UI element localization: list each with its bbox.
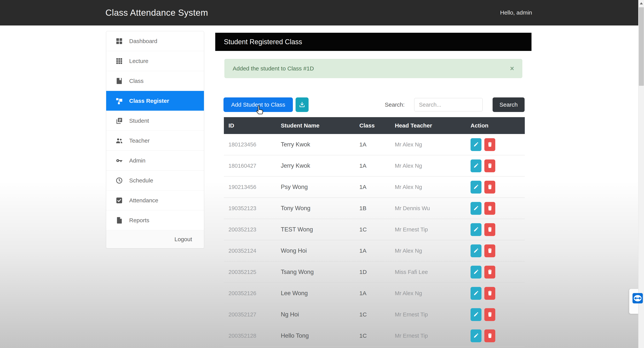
edit-button[interactable] <box>470 202 482 215</box>
sidebar-item-label: Reports <box>129 217 149 224</box>
sidebar-item[interactable]: Attendance <box>106 190 204 210</box>
edit-pencil-icon <box>473 269 479 275</box>
cell-class: 1A <box>360 141 395 148</box>
user-greeting: Hello, admin <box>500 9 532 16</box>
delete-trash-icon <box>487 163 493 169</box>
main-content: Student Registered Class Added the stude… <box>215 33 532 347</box>
sidebar-item-label: Class <box>129 78 144 84</box>
sidebar-item-label: Student <box>129 118 149 124</box>
search-label: Search: <box>385 101 404 108</box>
cell-action <box>470 223 525 236</box>
sidebar-item-logout[interactable]: Logout <box>106 230 204 248</box>
cell-action <box>470 160 525 172</box>
edit-button[interactable] <box>470 244 482 257</box>
search-input[interactable] <box>414 98 482 111</box>
scrollbar-thumb[interactable] <box>639 7 644 86</box>
edit-button[interactable] <box>470 287 482 300</box>
cell-action <box>470 244 525 257</box>
delete-button[interactable] <box>484 160 495 172</box>
cell-student-name: Hello Tong <box>281 332 360 339</box>
cell-head-teacher: Miss Fafi Lee <box>395 269 470 275</box>
cell-action <box>470 266 525 279</box>
app-title: Class Attendance System <box>106 7 208 18</box>
sidebar-item[interactable]: Dashboard <box>106 31 204 51</box>
search-button[interactable]: Search <box>492 97 524 112</box>
delete-button[interactable] <box>484 202 495 215</box>
sidebar-item[interactable]: Admin <box>106 151 204 171</box>
cell-head-teacher: Mr Alex Ng <box>395 184 470 190</box>
panel-header: Student Registered Class <box>215 33 532 51</box>
sidebar-item[interactable]: Class <box>106 71 204 91</box>
cell-action <box>470 287 525 300</box>
delete-button[interactable] <box>484 330 495 342</box>
column-header-teacher: Head Teacher <box>395 122 470 129</box>
sidebar-nav: Dashboard Lecture Class Class Register S… <box>106 31 204 248</box>
cell-class: 1A <box>360 247 395 254</box>
cell-class: 1B <box>360 205 395 211</box>
table-row: 180160427 Jerry Kwok 1A Mr Alex Ng <box>224 155 525 176</box>
cell-student-id: 180123456 <box>224 142 281 148</box>
sidebar-item[interactable]: Student <box>106 111 204 131</box>
add-student-button[interactable]: Add Student to Class <box>224 97 293 112</box>
delete-button[interactable] <box>484 266 495 279</box>
sidebar-item-icon <box>116 216 123 224</box>
delete-button[interactable] <box>484 181 495 193</box>
edit-button[interactable] <box>470 266 482 279</box>
sidebar-item-icon <box>116 77 123 85</box>
delete-button[interactable] <box>484 244 495 257</box>
cell-action <box>470 308 525 321</box>
cell-class: 1A <box>360 290 395 297</box>
scroll-up-arrow-icon[interactable] <box>640 2 643 4</box>
cell-head-teacher: Mr Ernest Tip <box>395 312 470 318</box>
cell-student-name: Tsang Wong <box>281 269 360 275</box>
cell-head-teacher: Mr Alex Ng <box>395 290 470 297</box>
cell-student-name: TEST Wong <box>281 226 360 233</box>
sidebar-item-icon <box>116 157 123 165</box>
cell-class: 1C <box>360 311 395 318</box>
delete-button[interactable] <box>484 138 495 151</box>
sidebar-item-icon <box>116 97 123 105</box>
edit-button[interactable] <box>470 223 482 236</box>
cell-action <box>470 202 525 215</box>
edit-button[interactable] <box>470 181 482 193</box>
delete-trash-icon <box>487 205 493 211</box>
delete-button[interactable] <box>484 287 495 300</box>
cell-head-teacher: Mr Ernest Tip <box>395 226 470 233</box>
cell-action <box>470 138 525 151</box>
edit-pencil-icon <box>473 142 479 148</box>
import-button[interactable] <box>296 97 308 112</box>
table-row: 180123456 Terry Kwok 1A Mr Alex Ng <box>224 134 525 155</box>
cell-student-id: 180160427 <box>224 163 281 169</box>
column-header-class: Class <box>360 122 395 129</box>
edit-button[interactable] <box>470 160 482 172</box>
cell-student-id: 200352123 <box>224 226 281 233</box>
edit-pencil-icon <box>473 290 479 297</box>
sidebar-item[interactable]: Schedule <box>106 171 204 190</box>
sidebar-item-icon <box>116 37 123 45</box>
delete-button[interactable] <box>484 223 495 236</box>
delete-trash-icon <box>487 333 493 339</box>
download-icon <box>299 101 305 108</box>
sidebar-item-label: Attendance <box>129 197 158 204</box>
cell-student-name: Wong Hoi <box>281 247 360 254</box>
column-header-action: Action <box>470 122 525 129</box>
sidebar-item[interactable]: Reports <box>106 210 204 230</box>
sidebar-item-label: Dashboard <box>129 38 157 44</box>
cell-head-teacher: Mr Alex Ng <box>395 248 470 254</box>
edit-button[interactable] <box>470 308 482 321</box>
edit-button[interactable] <box>470 138 482 151</box>
cell-student-id: 200352127 <box>224 312 281 318</box>
delete-trash-icon <box>487 269 493 275</box>
table-row: 200352126 Lee Wong 1A Mr Alex Ng <box>224 283 525 304</box>
cell-student-id: 190352123 <box>224 205 281 211</box>
alert-close-icon[interactable]: × <box>510 65 514 72</box>
delete-trash-icon <box>487 290 493 297</box>
sidebar-item[interactable]: Teacher <box>106 131 204 151</box>
delete-button[interactable] <box>484 308 495 321</box>
edit-pencil-icon <box>473 163 479 169</box>
sidebar-item[interactable]: Lecture <box>106 51 204 71</box>
remote-tool-tab[interactable] <box>629 289 638 314</box>
sidebar-item[interactable]: Class Register <box>106 91 204 111</box>
edit-button[interactable] <box>470 330 482 342</box>
cell-action <box>470 330 525 342</box>
